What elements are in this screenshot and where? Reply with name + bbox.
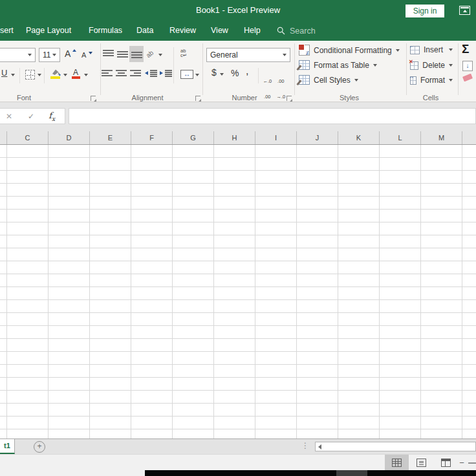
tab-view[interactable]: View — [211, 21, 228, 41]
column-header-l[interactable]: L — [380, 131, 421, 144]
page-break-view-button[interactable] — [434, 455, 458, 470]
page-layout-view-button[interactable] — [409, 455, 433, 470]
small-separator — [173, 47, 174, 83]
zoom-out-button[interactable]: − — [457, 455, 466, 470]
number-dialog-launcher[interactable] — [287, 96, 292, 101]
increase-font-size-button[interactable]: A — [65, 49, 70, 59]
scrollbar-track[interactable] — [324, 442, 475, 451]
left-arrow-icon — [318, 444, 321, 449]
number-format-value: General — [210, 50, 238, 60]
font-dialog-launcher[interactable] — [91, 96, 96, 101]
indent-lines-icon — [150, 70, 157, 77]
column-header-g[interactable]: G — [173, 131, 214, 144]
tab-formulas[interactable]: Formulas — [89, 21, 122, 41]
top-align-button[interactable] — [101, 46, 115, 62]
accounting-format-button[interactable]: $ — [211, 67, 217, 78]
tab-page-layout[interactable]: Page Layout — [26, 21, 71, 41]
right-arrow-icon — [160, 71, 163, 75]
excel-window: Book1 - Excel Preview Sign in sert Page … — [0, 0, 476, 476]
font-color-button[interactable]: A — [73, 68, 78, 77]
orientation-button[interactable]: ab — [145, 49, 155, 60]
chevron-down-icon — [373, 64, 377, 67]
insert-cells-button[interactable]: ← Insert — [410, 45, 453, 54]
align-left-button[interactable] — [102, 70, 113, 76]
conditional-formatting-button[interactable]: ≠ Conditional Formatting — [299, 45, 400, 56]
column-header-partial[interactable] — [0, 131, 7, 144]
column-header-e[interactable]: E — [90, 131, 131, 144]
small-separator — [19, 68, 20, 83]
enter-button[interactable]: ✓ — [28, 112, 34, 121]
format-cells-button[interactable]: ↔ Format — [410, 76, 453, 85]
font-name-combobox[interactable] — [0, 48, 36, 62]
align-right-button[interactable] — [130, 70, 141, 76]
increase-indent-button[interactable] — [160, 69, 172, 78]
window-title: Book1 - Excel Preview — [0, 0, 476, 21]
bottom-align-button[interactable] — [129, 46, 144, 62]
fill-color-dropdown-icon[interactable] — [63, 74, 67, 76]
chevron-down-icon — [449, 64, 453, 67]
tab-insert-partial[interactable]: sert — [0, 21, 14, 41]
tab-data[interactable]: Data — [136, 21, 153, 41]
sheet-grid[interactable] — [0, 145, 476, 438]
column-header-k[interactable]: K — [338, 131, 380, 144]
cancel-button[interactable]: ✕ — [6, 112, 12, 121]
font-color-dropdown-icon[interactable] — [84, 74, 88, 76]
accounting-dropdown-icon[interactable] — [220, 73, 224, 76]
cells-group-label: Cells — [423, 94, 438, 102]
center-button[interactable] — [116, 70, 127, 76]
underline-button[interactable]: U — [1, 68, 7, 78]
decrease-indent-button[interactable] — [145, 69, 157, 78]
orientation-dropdown-icon[interactable] — [158, 54, 162, 56]
zoom-slider[interactable] — [468, 462, 476, 464]
ribbon-search[interactable]: Search — [277, 21, 316, 41]
horizontal-scrollbar[interactable] — [315, 442, 476, 451]
percent-style-button[interactable]: % — [231, 68, 239, 78]
bottom-strip-segment — [336, 470, 367, 476]
autosum-button[interactable]: Σ — [462, 42, 469, 56]
number-format-combobox[interactable]: General — [206, 48, 290, 62]
column-header-j[interactable]: J — [297, 131, 338, 144]
status-bar: − — [0, 454, 476, 470]
clear-button[interactable] — [462, 74, 473, 82]
borders-dropdown-icon[interactable] — [38, 74, 41, 76]
middle-align-button[interactable] — [115, 46, 129, 62]
tab-scroll-handle[interactable]: ⋮ — [301, 441, 309, 450]
scroll-left-button[interactable] — [316, 442, 324, 451]
comma-style-button[interactable]: , — [246, 65, 248, 77]
formula-bar-buttons: ✕ ✓ fx — [0, 108, 65, 124]
normal-view-button[interactable] — [385, 455, 409, 470]
merge-center-dropdown-icon[interactable] — [195, 74, 199, 76]
insert-function-button[interactable]: fx — [49, 109, 55, 122]
sign-in-button[interactable]: Sign in — [406, 5, 444, 17]
tab-review[interactable]: Review — [169, 21, 196, 41]
column-header-d[interactable]: D — [49, 131, 90, 144]
wrap-text-button[interactable]: ab c↵ — [180, 49, 187, 58]
column-header-c[interactable]: C — [7, 131, 49, 144]
formula-input[interactable] — [69, 108, 476, 124]
ribbon-display-options-button[interactable] — [459, 6, 470, 15]
decrease-font-size-button[interactable]: A — [81, 51, 86, 59]
font-size-combobox[interactable]: 11 — [39, 48, 60, 62]
number-group-label: Number — [232, 94, 257, 102]
cell-styles-button[interactable]: Cell Styles — [299, 75, 358, 85]
column-header-h[interactable]: H — [214, 131, 255, 144]
tab-help[interactable]: Help — [244, 21, 261, 41]
merge-center-button[interactable]: ↔ — [180, 70, 193, 79]
new-sheet-button[interactable]: + — [34, 441, 45, 453]
left-arrow-icon — [145, 71, 148, 75]
alignment-dialog-launcher[interactable] — [195, 96, 200, 101]
column-header-m[interactable]: M — [421, 131, 462, 144]
column-header-i[interactable]: I — [255, 131, 297, 144]
column-header-f[interactable]: F — [131, 131, 173, 144]
format-as-table-button[interactable]: Format as Table — [299, 60, 377, 70]
delete-cells-button[interactable]: ✕ Delete — [410, 61, 453, 70]
underline-dropdown-icon[interactable] — [11, 74, 15, 76]
fill-button[interactable]: ↓ — [462, 61, 473, 71]
sheet-tab-bar: t1 + ⋮ — [0, 438, 476, 454]
column-header-partial-n[interactable] — [462, 131, 476, 144]
borders-button[interactable] — [25, 70, 35, 80]
fill-color-icon[interactable] — [50, 69, 61, 76]
chevron-down-icon — [449, 49, 453, 51]
sheet-tab-active[interactable]: t1 — [0, 439, 15, 454]
title-bar: Book1 - Excel Preview Sign in — [0, 0, 476, 21]
